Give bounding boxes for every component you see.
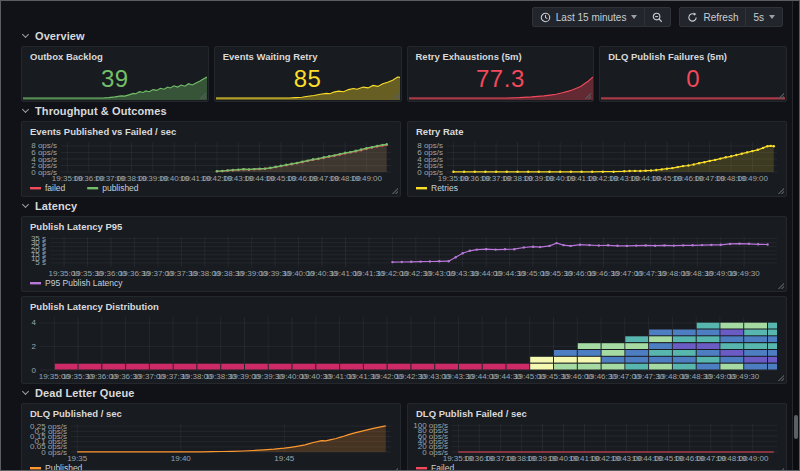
row-header-dead-letter-queue[interactable]: Dead Letter Queue (23, 386, 787, 400)
svg-text:2: 2 (32, 342, 37, 351)
panel-publish-latency-p95: Publish Latency P95 5 s10 s15 s20 s25 s3… (21, 216, 787, 292)
stat-panel-retry-exhaustions: Retry Exhaustions (5m) 77.3 (407, 46, 595, 102)
throughput-row: Events Published vs Failed / sec 0 ops/s… (21, 121, 787, 197)
search-minus-icon (652, 12, 663, 23)
svg-text:Failed: Failed (431, 463, 454, 471)
panel-events-published-vs-failed: Events Published vs Failed / sec 0 ops/s… (21, 121, 401, 197)
heatmap-chart[interactable]: 02419:35:0019:35:3019:36:0019:36:3019:37… (24, 313, 783, 381)
svg-text:P95 Publish Latency: P95 Publish Latency (45, 278, 123, 288)
refresh-button[interactable]: Refresh (679, 7, 746, 27)
svg-text:19:49:00: 19:49:00 (351, 174, 383, 183)
chevron-down-icon (22, 31, 29, 38)
refresh-icon (687, 12, 698, 23)
time-range-label: Last 15 minutes (556, 12, 627, 23)
stat-value: 77.3 (408, 57, 594, 101)
panel-resize-handle[interactable] (391, 467, 398, 471)
row-header-throughput[interactable]: Throughput & Outcomes (23, 104, 787, 118)
dlq-row: DLQ Published / sec 0 ops/s0.05 ops/s0.1… (21, 403, 787, 471)
svg-text:19:35: 19:35 (67, 454, 88, 463)
chevron-down-icon (22, 106, 29, 113)
row-title: Overview (35, 30, 85, 42)
panel-title[interactable]: Retry Rate (408, 122, 786, 137)
panel-resize-handle[interactable] (777, 374, 784, 381)
dashboard-toolbar: Last 15 minutes Refresh 5s (1, 1, 799, 26)
row-title: Latency (35, 200, 77, 212)
timeseries-chart[interactable]: 0 ops/s20 ops/s40 ops/s60 ops/s80 ops/s1… (410, 420, 783, 471)
clock-icon (540, 12, 551, 23)
stat-panel-outbox-backlog: Outbox Backlog 39 (21, 46, 209, 102)
svg-text:0.25 ops/s: 0.25 ops/s (30, 422, 67, 431)
time-range-picker[interactable]: Last 15 minutes (532, 7, 646, 27)
timeseries-chart[interactable]: 5 s10 s15 s20 s25 s30 s35 s19:35:0019:35… (24, 233, 783, 289)
timeseries-chart[interactable]: 0 ops/s0.05 ops/s0.1 ops/s0.15 ops/s0.2 … (24, 420, 397, 471)
stat-panel-events-waiting-retry: Events Waiting Retry 85 (214, 46, 402, 102)
row-title: Throughput & Outcomes (35, 105, 167, 117)
panel-resize-handle[interactable] (199, 92, 206, 99)
stat-value: 0 (600, 57, 786, 101)
refresh-interval-dropdown[interactable]: 5s (745, 7, 783, 27)
overview-stats-row: Outbox Backlog 39 Events Waiting Retry 8… (21, 46, 787, 102)
svg-text:19:49:00: 19:49:00 (737, 174, 769, 183)
svg-text:4: 4 (32, 318, 37, 327)
svg-text:0: 0 (32, 366, 37, 375)
svg-text:100 ops/s: 100 ops/s (413, 421, 448, 430)
panel-resize-handle[interactable] (584, 92, 591, 99)
svg-text:8 ops/s: 8 ops/s (31, 141, 57, 150)
row-header-latency[interactable]: Latency (23, 199, 787, 213)
chevron-down-icon (22, 388, 29, 395)
stat-value: 85 (215, 57, 401, 101)
row-header-overview[interactable]: Overview (23, 29, 787, 43)
svg-text:19:40: 19:40 (171, 454, 192, 463)
zoom-out-time-button[interactable] (644, 7, 671, 27)
panel-resize-handle[interactable] (777, 187, 784, 194)
panel-title[interactable]: Events Published vs Failed / sec (22, 122, 400, 137)
panel-resize-handle[interactable] (777, 467, 784, 471)
scrollbar-thumb[interactable] (794, 415, 798, 439)
svg-text:19:49:00: 19:49:00 (737, 454, 769, 463)
stat-panel-dlq-publish-failures: DLQ Publish Failures (5m) 0 (599, 46, 787, 102)
svg-text:failed: failed (45, 183, 66, 193)
stat-value: 39 (22, 57, 208, 101)
chevron-down-icon (631, 15, 637, 19)
panel-resize-handle[interactable] (391, 187, 398, 194)
panel-dlq-published: DLQ Published / sec 0 ops/s0.05 ops/s0.1… (21, 403, 401, 471)
svg-text:35 s: 35 s (31, 234, 46, 243)
panel-resize-handle[interactable] (777, 282, 784, 289)
row-title: Dead Letter Queue (35, 387, 135, 399)
panel-retry-rate: Retry Rate 0 ops/s2 ops/s4 ops/s6 ops/s8… (407, 121, 787, 197)
panel-title[interactable]: DLQ Publish Failed / sec (408, 404, 786, 419)
svg-text:Published: Published (45, 463, 83, 471)
panel-dlq-publish-failed: DLQ Publish Failed / sec 0 ops/s20 ops/s… (407, 403, 787, 471)
panel-publish-latency-distribution: Publish Latency Distribution 02419:35:00… (21, 296, 787, 384)
svg-text:19:49:30: 19:49:30 (729, 269, 761, 278)
panel-resize-handle[interactable] (777, 92, 784, 99)
grafana-dashboard: Last 15 minutes Refresh 5s (0, 0, 800, 471)
panel-resize-handle[interactable] (392, 92, 399, 99)
timeseries-chart[interactable]: 0 ops/s2 ops/s4 ops/s6 ops/s8 ops/s19:35… (24, 138, 397, 194)
timeseries-chart[interactable]: 0 ops/s2 ops/s4 ops/s6 ops/s8 ops/s19:35… (410, 138, 783, 194)
svg-text:19:45: 19:45 (274, 454, 295, 463)
panel-title[interactable]: DLQ Published / sec (22, 404, 400, 419)
refresh-interval-value: 5s (753, 12, 764, 23)
chevron-down-icon (769, 15, 775, 19)
chevron-down-icon (22, 201, 29, 208)
panel-title[interactable]: Publish Latency P95 (22, 217, 786, 232)
svg-text:19:49:30: 19:49:30 (728, 372, 760, 381)
panel-title[interactable]: Publish Latency Distribution (22, 297, 786, 312)
svg-text:8 ops/s: 8 ops/s (417, 141, 443, 150)
scrollbar-track[interactable] (792, 1, 799, 470)
svg-text:published: published (102, 183, 139, 193)
dashboard-content: Overview Outbox Backlog 39 Events Waitin… (1, 26, 799, 471)
svg-text:Retries: Retries (431, 183, 458, 193)
refresh-label: Refresh (703, 12, 738, 23)
